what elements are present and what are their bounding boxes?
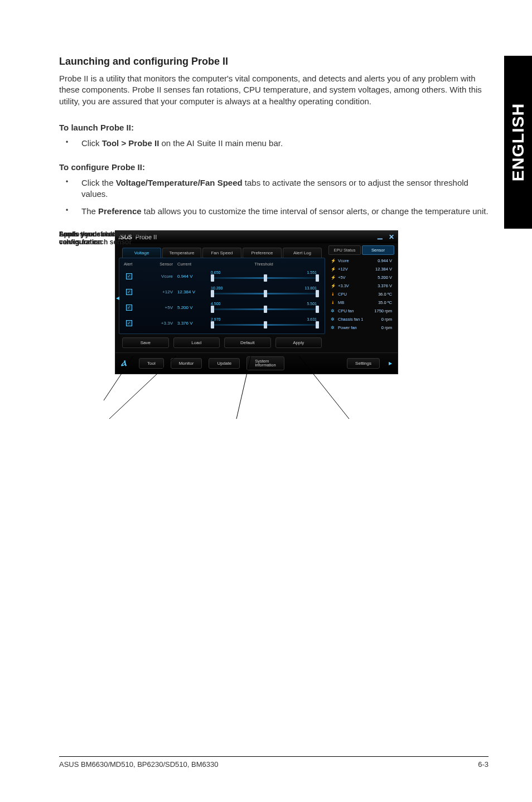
tab-epu-status[interactable]: EPU Status [328, 245, 361, 255]
tab-voltage[interactable]: Voltage [122, 248, 161, 258]
tab-sensor[interactable]: Sensor [362, 245, 394, 255]
threshold-high: 3.631 [307, 317, 317, 321]
threshold-slider[interactable]: 2.9703.631 [205, 318, 322, 329]
slider-handle-high[interactable] [316, 306, 319, 313]
ai-logo-icon: Ⲁ [121, 359, 132, 368]
slider-handle-mid[interactable] [264, 321, 267, 328]
slider-handle-low[interactable] [211, 274, 214, 282]
status-item: ✲Chassis fan 10 rpm [328, 315, 394, 323]
status-value: 0 rpm [381, 325, 392, 330]
status-value: 35.0 ºC [378, 300, 392, 305]
fan-icon: ✲ [331, 308, 336, 313]
status-item: ⚡+12V12.384 V [328, 265, 394, 273]
col-current: Current [177, 262, 205, 267]
threshold-high: 13.801 [305, 286, 317, 290]
status-name: +3.3V [336, 283, 378, 288]
slider-handle-mid[interactable] [264, 274, 267, 282]
status-name: CPU fan [336, 308, 374, 313]
settings-arrow-icon[interactable]: ▶ [389, 361, 392, 366]
brand-logo: /SUS [119, 234, 132, 240]
sensor-row: ✓+5V5.200 V4.5005.501 [122, 300, 322, 316]
col-alert: Alert [122, 262, 144, 267]
status-name: Power fan [336, 325, 381, 330]
load-button[interactable]: Load [173, 337, 220, 348]
col-threshold: Threshold [205, 262, 322, 267]
threshold-slider[interactable]: 4.5005.501 [205, 302, 322, 313]
status-item: 🌡MB35.0 ºC [328, 298, 394, 307]
status-item: ⚡+5V5.200 V [328, 273, 394, 282]
threshold-high: 1.551 [307, 270, 317, 274]
threshold-low: 2.970 [211, 317, 221, 321]
sensor-current: 12.384 V [177, 289, 205, 294]
bolt-icon: ⚡ [331, 275, 336, 280]
status-value: 36.0 ºC [378, 292, 392, 297]
slider-handle-high[interactable] [316, 290, 319, 297]
threshold-slider[interactable]: 0.6501.551 [205, 271, 322, 282]
slider-handle-low[interactable] [211, 290, 214, 297]
title-bar: /SUS Probe II ⚊ ✕ [115, 231, 398, 243]
launch-subhead: To launch Probe II: [59, 123, 489, 132]
update-button[interactable]: Update [209, 358, 240, 369]
bottom-toolbar: Ⲁ Tool Monitor Update System Information… [115, 352, 398, 374]
configure-bullet-2: The Preference tab allows you to customi… [59, 206, 489, 217]
apply-button[interactable]: Apply [275, 337, 322, 348]
alert-checkbox[interactable]: ✓ [126, 320, 132, 326]
bolt-icon: ⚡ [331, 283, 336, 288]
sensor-current: 5.200 V [177, 305, 205, 310]
threshold-slider[interactable]: 10.20013.801 [205, 287, 322, 298]
system-info-button[interactable]: System Information [246, 356, 284, 370]
status-name: Vcore [336, 258, 378, 263]
status-value: 1750 rpm [374, 308, 392, 313]
monitor-button[interactable]: Monitor [171, 358, 202, 369]
scroll-left-icon[interactable]: ◀ [116, 296, 119, 301]
status-item: ⚡Vcore0.944 V [328, 257, 394, 265]
slider-handle-high[interactable] [316, 274, 319, 282]
window-title: Probe II [136, 234, 157, 240]
sensor-row: ✓Vcore0.944 V0.6501.551 [122, 269, 322, 284]
slider-handle-mid[interactable] [264, 290, 267, 297]
sensor-name: +5V [144, 305, 177, 310]
bolt-icon: ⚡ [331, 267, 336, 272]
slider-handle-low[interactable] [211, 306, 214, 313]
minimize-icon[interactable]: ⚊ [377, 233, 383, 241]
settings-button[interactable]: Settings [347, 358, 380, 369]
tab-fan-speed[interactable]: Fan Speed [202, 248, 241, 258]
configure-bullet-1: Click the Voltage/Temperature/Fan Speed … [59, 177, 489, 200]
configure-subhead: To configure Probe II: [59, 162, 489, 172]
threshold-low: 0.650 [211, 270, 221, 274]
slider-handle-mid[interactable] [264, 306, 267, 313]
status-value: 0 rpm [381, 317, 392, 322]
sensor-panel: ◀ Alert Sensor Current Threshold ✓Vcore0… [119, 258, 325, 334]
threshold-high: 5.501 [307, 302, 317, 306]
default-button[interactable]: Default [224, 337, 271, 348]
slider-handle-low[interactable] [211, 321, 214, 328]
threshold-low: 10.200 [211, 286, 223, 290]
status-item: ✲CPU fan1750 rpm [328, 307, 394, 315]
threshold-low: 4.500 [211, 302, 221, 306]
alert-checkbox[interactable]: ✓ [126, 305, 132, 311]
status-name: +12V [336, 267, 375, 272]
alert-checkbox[interactable]: ✓ [126, 273, 132, 279]
fan-icon: ✲ [331, 317, 336, 322]
tab-alert-log[interactable]: Alert Log [283, 248, 322, 258]
slider-handle-high[interactable] [316, 321, 319, 328]
sensor-row: ✓+12V12.384 V10.20013.801 [122, 284, 322, 300]
sensor-current: 3.376 V [177, 321, 205, 326]
col-sensor: Sensor [144, 262, 177, 267]
status-item: ✲Power fan0 rpm [328, 323, 394, 332]
tool-button[interactable]: Tool [139, 358, 164, 369]
save-button[interactable]: Save [122, 337, 169, 348]
status-value: 0.944 V [378, 258, 392, 263]
therm-icon: 🌡 [331, 292, 336, 297]
status-item: 🌡CPU36.0 ºC [328, 290, 394, 298]
status-value: 3.376 V [378, 283, 392, 288]
tab-temperature[interactable]: Temperature [162, 248, 201, 258]
footer-left: ASUS BM6630/MD510, BP6230/SD510, BM6330 [59, 760, 218, 769]
close-icon[interactable]: ✕ [389, 233, 394, 241]
status-value: 12.384 V [375, 267, 392, 272]
alert-checkbox[interactable]: ✓ [126, 289, 132, 295]
status-item: ⚡+3.3V3.376 V [328, 282, 394, 290]
sensor-name: +12V [144, 289, 177, 294]
probe-window: /SUS Probe II ⚊ ✕ Voltage Temperature Fa… [115, 230, 398, 374]
tab-preference[interactable]: Preference [243, 248, 282, 258]
